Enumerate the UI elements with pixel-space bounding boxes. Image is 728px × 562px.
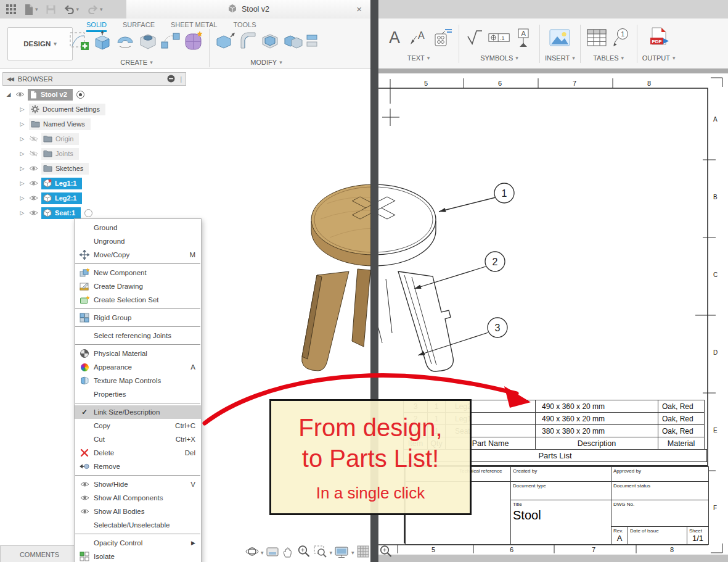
browser-item-document-settings[interactable]: ▷Document Settings bbox=[5, 102, 190, 117]
split-icon[interactable] bbox=[306, 30, 318, 54]
menu-item-show-all-bodies[interactable]: Show All Bodies bbox=[75, 505, 201, 518]
menu-item-physical-material[interactable]: Physical Material bbox=[75, 347, 201, 360]
menu-item-show-hide[interactable]: Show/HideV bbox=[75, 477, 201, 491]
expand-arrow-icon[interactable]: ▷ bbox=[18, 180, 26, 186]
chevron-down-icon[interactable]: ▾ bbox=[100, 7, 103, 12]
form-icon[interactable] bbox=[183, 30, 204, 54]
selection-circle-icon[interactable] bbox=[84, 209, 93, 218]
note-icon[interactable] bbox=[431, 25, 454, 50]
browser-item-chip[interactable]: Joints bbox=[41, 148, 79, 160]
pattern-icon[interactable] bbox=[160, 30, 181, 54]
menu-item-cut[interactable]: CutCtrl+X bbox=[75, 432, 201, 446]
zoom-icon[interactable] bbox=[297, 544, 311, 561]
browser-item-joints[interactable]: ▷Joints bbox=[5, 146, 190, 161]
look-at-icon[interactable] bbox=[266, 545, 279, 561]
ribbon-group-label[interactable]: SYMBOLS▾ bbox=[480, 54, 518, 62]
menu-item-selectable-unselectable[interactable]: Selectable/Unselectable bbox=[75, 518, 201, 532]
visibility-eye-icon[interactable] bbox=[15, 91, 25, 97]
ribbon-group-label[interactable]: MODIFY▾ bbox=[250, 59, 282, 66]
leader-text-icon[interactable]: A bbox=[407, 25, 430, 50]
chevron-down-icon[interactable]: ▾ bbox=[330, 550, 333, 556]
expand-arrow-icon[interactable]: ▷ bbox=[18, 136, 26, 142]
menu-item-show-all-components[interactable]: Show All Components bbox=[75, 491, 201, 505]
browser-item-leg1-1[interactable]: ▷Leg1:1 bbox=[5, 176, 190, 191]
orbit-icon[interactable] bbox=[245, 545, 259, 561]
revolve-icon[interactable] bbox=[115, 30, 136, 54]
surface-finish-icon[interactable] bbox=[464, 25, 486, 50]
menu-item-appearance[interactable]: AppearanceA bbox=[75, 360, 201, 374]
ribbon-group-label[interactable]: TEXT▾ bbox=[407, 54, 430, 62]
browser-item-origin[interactable]: ▷Origin bbox=[5, 131, 190, 146]
expand-arrow-icon[interactable]: ◢ bbox=[5, 91, 12, 97]
save-icon[interactable] bbox=[45, 4, 57, 15]
visibility-eye-icon[interactable] bbox=[29, 195, 38, 201]
ribbon-group-label[interactable]: OUTPUT▾ bbox=[642, 54, 676, 62]
browser-item-chip[interactable]: Sketches bbox=[41, 163, 89, 175]
visibility-eye-off-icon[interactable] bbox=[29, 151, 38, 157]
menu-item-create-selection-set[interactable]: Create Selection Set bbox=[75, 293, 201, 307]
window-zoom-icon[interactable] bbox=[313, 544, 328, 561]
browser-root-row[interactable]: ◢Stool v2 bbox=[5, 87, 190, 102]
browser-item-chip[interactable]: Leg2:1 bbox=[41, 192, 82, 204]
panel-resize-handle[interactable]: | bbox=[180, 75, 182, 83]
visibility-eye-off-icon[interactable] bbox=[29, 136, 38, 142]
hole-icon[interactable] bbox=[137, 30, 158, 54]
create-sketch-icon[interactable] bbox=[69, 30, 90, 54]
activate-component-radio[interactable] bbox=[76, 90, 85, 99]
expand-arrow-icon[interactable]: ▷ bbox=[18, 121, 26, 127]
grid-icon[interactable] bbox=[356, 545, 370, 561]
chevron-down-icon[interactable]: ▾ bbox=[35, 7, 38, 12]
menu-item-texture-map-controls[interactable]: Texture Map Controls bbox=[75, 374, 201, 387]
extrude-icon[interactable] bbox=[92, 30, 113, 54]
comments-panel-tab[interactable]: COMMENTS bbox=[0, 545, 79, 562]
menu-item-isolate[interactable]: Isolate bbox=[75, 550, 201, 562]
menu-item-remove[interactable]: Remove bbox=[75, 460, 201, 473]
combine-icon[interactable] bbox=[283, 30, 304, 54]
ribbon-group-label[interactable]: TABLES▾ bbox=[593, 54, 624, 62]
menu-item-properties[interactable]: Properties bbox=[75, 387, 201, 401]
chevron-down-icon[interactable]: ▾ bbox=[76, 7, 80, 12]
browser-item-sketches[interactable]: ▷Sketches bbox=[5, 161, 190, 176]
visibility-eye-icon[interactable] bbox=[29, 180, 38, 186]
fcf-icon[interactable]: .1 bbox=[488, 25, 510, 50]
shell-icon[interactable] bbox=[260, 30, 281, 54]
press-pull-icon[interactable] bbox=[215, 30, 235, 54]
browser-item-leg2-1[interactable]: ▷Leg2:1 bbox=[5, 191, 190, 205]
design-doc-tab[interactable]: Stool v2 × bbox=[126, 0, 370, 19]
visibility-eye-icon[interactable] bbox=[29, 210, 38, 216]
menu-item-link-size-description[interactable]: ✓Link Size/Description bbox=[75, 405, 201, 419]
datum-icon[interactable]: A bbox=[512, 25, 534, 50]
menu-item-rigid-group[interactable]: Rigid Group bbox=[75, 311, 201, 324]
image-icon[interactable] bbox=[549, 25, 571, 50]
balloon-icon[interactable]: 1 bbox=[610, 25, 632, 50]
visibility-eye-icon[interactable] bbox=[29, 165, 38, 171]
display-toggle-icon[interactable] bbox=[167, 75, 175, 84]
undo-icon[interactable]: ▾ bbox=[62, 4, 81, 15]
menu-item-unground[interactable]: Unground bbox=[75, 234, 201, 248]
menu-item-move-copy[interactable]: Move/CopyM bbox=[75, 248, 201, 262]
menu-item-new-component[interactable]: New Component bbox=[75, 266, 201, 279]
expand-arrow-icon[interactable]: ▷ bbox=[18, 106, 26, 112]
app-grid-icon[interactable] bbox=[5, 3, 17, 15]
collapse-panel-icon[interactable]: ◀◀ bbox=[7, 76, 13, 82]
browser-item-chip[interactable]: Document Settings bbox=[29, 104, 105, 115]
pdf-icon[interactable]: PDF bbox=[648, 25, 670, 50]
stool-render-wood[interactable] bbox=[280, 176, 377, 389]
expand-arrow-icon[interactable]: ▷ bbox=[18, 210, 26, 216]
chevron-down-icon[interactable]: ▾ bbox=[261, 550, 264, 556]
browser-item-chip[interactable]: Leg1:1 bbox=[41, 178, 82, 189]
expand-arrow-icon[interactable]: ▷ bbox=[18, 165, 26, 171]
chevron-down-icon[interactable]: ▾ bbox=[351, 550, 354, 556]
workspace-switcher-button[interactable]: DESIGN ▾ bbox=[7, 27, 73, 60]
menu-item-create-drawing[interactable]: Create Drawing bbox=[75, 279, 201, 293]
file-new-icon[interactable]: ▾ bbox=[23, 2, 39, 17]
zoom-icon[interactable] bbox=[378, 544, 393, 561]
menu-item-opacity-control[interactable]: Opacity Control▶ bbox=[75, 536, 201, 550]
redo-icon[interactable]: ▾ bbox=[86, 4, 104, 15]
browser-panel-header[interactable]: ◀◀ BROWSER | bbox=[2, 72, 186, 86]
fillet-icon[interactable] bbox=[237, 30, 258, 54]
menu-item-copy[interactable]: CopyCtrl+C bbox=[75, 419, 201, 432]
browser-item-named-views[interactable]: ▷Named Views bbox=[5, 117, 190, 131]
expand-arrow-icon[interactable]: ▷ bbox=[18, 151, 26, 157]
expand-arrow-icon[interactable]: ▷ bbox=[18, 195, 26, 201]
